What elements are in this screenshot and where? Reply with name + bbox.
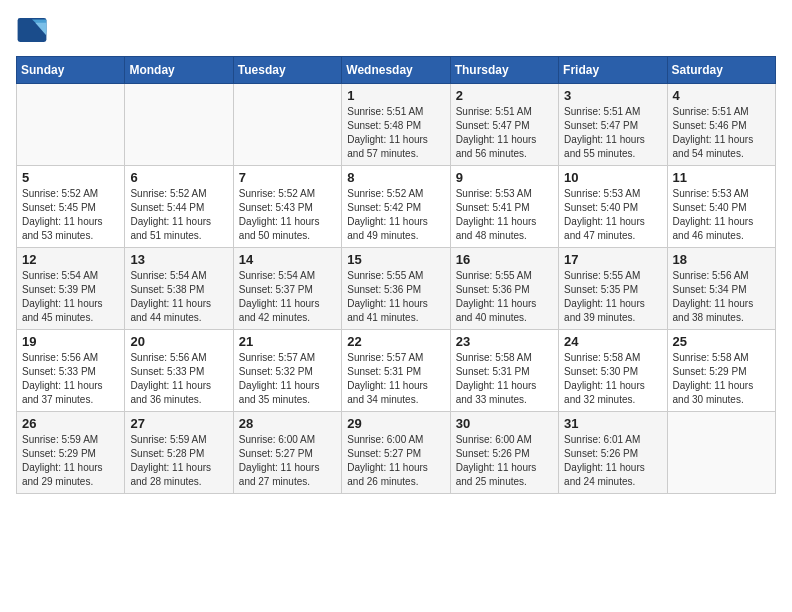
- day-number: 20: [130, 334, 227, 349]
- day-cell: 27Sunrise: 5:59 AM Sunset: 5:28 PM Dayli…: [125, 412, 233, 494]
- day-cell: 13Sunrise: 5:54 AM Sunset: 5:38 PM Dayli…: [125, 248, 233, 330]
- day-cell: 17Sunrise: 5:55 AM Sunset: 5:35 PM Dayli…: [559, 248, 667, 330]
- day-info: Sunrise: 6:00 AM Sunset: 5:27 PM Dayligh…: [239, 433, 336, 489]
- day-cell: 4Sunrise: 5:51 AM Sunset: 5:46 PM Daylig…: [667, 84, 775, 166]
- day-cell: 7Sunrise: 5:52 AM Sunset: 5:43 PM Daylig…: [233, 166, 341, 248]
- day-info: Sunrise: 5:54 AM Sunset: 5:39 PM Dayligh…: [22, 269, 119, 325]
- day-info: Sunrise: 5:52 AM Sunset: 5:42 PM Dayligh…: [347, 187, 444, 243]
- day-cell: 2Sunrise: 5:51 AM Sunset: 5:47 PM Daylig…: [450, 84, 558, 166]
- day-number: 19: [22, 334, 119, 349]
- day-header-saturday: Saturday: [667, 57, 775, 84]
- header-row: SundayMondayTuesdayWednesdayThursdayFrid…: [17, 57, 776, 84]
- day-info: Sunrise: 6:00 AM Sunset: 5:27 PM Dayligh…: [347, 433, 444, 489]
- day-info: Sunrise: 5:59 AM Sunset: 5:29 PM Dayligh…: [22, 433, 119, 489]
- week-row-5: 26Sunrise: 5:59 AM Sunset: 5:29 PM Dayli…: [17, 412, 776, 494]
- day-info: Sunrise: 5:58 AM Sunset: 5:30 PM Dayligh…: [564, 351, 661, 407]
- day-info: Sunrise: 5:58 AM Sunset: 5:31 PM Dayligh…: [456, 351, 553, 407]
- day-number: 11: [673, 170, 770, 185]
- logo: [16, 16, 54, 44]
- logo-icon: [16, 16, 48, 44]
- day-number: 12: [22, 252, 119, 267]
- day-info: Sunrise: 5:52 AM Sunset: 5:45 PM Dayligh…: [22, 187, 119, 243]
- day-cell: 11Sunrise: 5:53 AM Sunset: 5:40 PM Dayli…: [667, 166, 775, 248]
- day-number: 14: [239, 252, 336, 267]
- day-cell: 15Sunrise: 5:55 AM Sunset: 5:36 PM Dayli…: [342, 248, 450, 330]
- calendar-table: SundayMondayTuesdayWednesdayThursdayFrid…: [16, 56, 776, 494]
- day-number: 4: [673, 88, 770, 103]
- day-info: Sunrise: 5:52 AM Sunset: 5:43 PM Dayligh…: [239, 187, 336, 243]
- day-cell: 3Sunrise: 5:51 AM Sunset: 5:47 PM Daylig…: [559, 84, 667, 166]
- week-row-2: 5Sunrise: 5:52 AM Sunset: 5:45 PM Daylig…: [17, 166, 776, 248]
- day-number: 16: [456, 252, 553, 267]
- day-number: 2: [456, 88, 553, 103]
- day-number: 24: [564, 334, 661, 349]
- day-info: Sunrise: 5:57 AM Sunset: 5:32 PM Dayligh…: [239, 351, 336, 407]
- day-info: Sunrise: 6:00 AM Sunset: 5:26 PM Dayligh…: [456, 433, 553, 489]
- day-cell: [125, 84, 233, 166]
- day-info: Sunrise: 5:58 AM Sunset: 5:29 PM Dayligh…: [673, 351, 770, 407]
- day-info: Sunrise: 5:51 AM Sunset: 5:46 PM Dayligh…: [673, 105, 770, 161]
- day-header-wednesday: Wednesday: [342, 57, 450, 84]
- day-info: Sunrise: 5:55 AM Sunset: 5:35 PM Dayligh…: [564, 269, 661, 325]
- day-header-sunday: Sunday: [17, 57, 125, 84]
- day-header-monday: Monday: [125, 57, 233, 84]
- day-cell: 6Sunrise: 5:52 AM Sunset: 5:44 PM Daylig…: [125, 166, 233, 248]
- day-cell: 30Sunrise: 6:00 AM Sunset: 5:26 PM Dayli…: [450, 412, 558, 494]
- day-number: 17: [564, 252, 661, 267]
- day-cell: 31Sunrise: 6:01 AM Sunset: 5:26 PM Dayli…: [559, 412, 667, 494]
- day-info: Sunrise: 5:52 AM Sunset: 5:44 PM Dayligh…: [130, 187, 227, 243]
- day-cell: 21Sunrise: 5:57 AM Sunset: 5:32 PM Dayli…: [233, 330, 341, 412]
- day-number: 10: [564, 170, 661, 185]
- day-number: 28: [239, 416, 336, 431]
- week-row-3: 12Sunrise: 5:54 AM Sunset: 5:39 PM Dayli…: [17, 248, 776, 330]
- day-info: Sunrise: 5:56 AM Sunset: 5:33 PM Dayligh…: [22, 351, 119, 407]
- day-number: 7: [239, 170, 336, 185]
- day-number: 21: [239, 334, 336, 349]
- day-number: 15: [347, 252, 444, 267]
- day-cell: 25Sunrise: 5:58 AM Sunset: 5:29 PM Dayli…: [667, 330, 775, 412]
- day-number: 9: [456, 170, 553, 185]
- day-cell: 12Sunrise: 5:54 AM Sunset: 5:39 PM Dayli…: [17, 248, 125, 330]
- day-info: Sunrise: 5:56 AM Sunset: 5:34 PM Dayligh…: [673, 269, 770, 325]
- week-row-1: 1Sunrise: 5:51 AM Sunset: 5:48 PM Daylig…: [17, 84, 776, 166]
- day-number: 1: [347, 88, 444, 103]
- day-cell: 5Sunrise: 5:52 AM Sunset: 5:45 PM Daylig…: [17, 166, 125, 248]
- day-number: 3: [564, 88, 661, 103]
- day-cell: 16Sunrise: 5:55 AM Sunset: 5:36 PM Dayli…: [450, 248, 558, 330]
- day-info: Sunrise: 5:55 AM Sunset: 5:36 PM Dayligh…: [347, 269, 444, 325]
- day-number: 23: [456, 334, 553, 349]
- day-info: Sunrise: 5:53 AM Sunset: 5:40 PM Dayligh…: [564, 187, 661, 243]
- day-info: Sunrise: 6:01 AM Sunset: 5:26 PM Dayligh…: [564, 433, 661, 489]
- day-number: 13: [130, 252, 227, 267]
- day-info: Sunrise: 5:51 AM Sunset: 5:47 PM Dayligh…: [456, 105, 553, 161]
- day-cell: 22Sunrise: 5:57 AM Sunset: 5:31 PM Dayli…: [342, 330, 450, 412]
- day-cell: 28Sunrise: 6:00 AM Sunset: 5:27 PM Dayli…: [233, 412, 341, 494]
- day-cell: 10Sunrise: 5:53 AM Sunset: 5:40 PM Dayli…: [559, 166, 667, 248]
- day-cell: 23Sunrise: 5:58 AM Sunset: 5:31 PM Dayli…: [450, 330, 558, 412]
- day-number: 30: [456, 416, 553, 431]
- day-info: Sunrise: 5:56 AM Sunset: 5:33 PM Dayligh…: [130, 351, 227, 407]
- day-cell: [17, 84, 125, 166]
- day-number: 26: [22, 416, 119, 431]
- day-info: Sunrise: 5:57 AM Sunset: 5:31 PM Dayligh…: [347, 351, 444, 407]
- day-cell: [233, 84, 341, 166]
- day-cell: 9Sunrise: 5:53 AM Sunset: 5:41 PM Daylig…: [450, 166, 558, 248]
- day-number: 22: [347, 334, 444, 349]
- day-cell: [667, 412, 775, 494]
- day-header-thursday: Thursday: [450, 57, 558, 84]
- day-cell: 20Sunrise: 5:56 AM Sunset: 5:33 PM Dayli…: [125, 330, 233, 412]
- page-header: [16, 16, 776, 44]
- day-cell: 19Sunrise: 5:56 AM Sunset: 5:33 PM Dayli…: [17, 330, 125, 412]
- day-cell: 14Sunrise: 5:54 AM Sunset: 5:37 PM Dayli…: [233, 248, 341, 330]
- day-number: 5: [22, 170, 119, 185]
- day-cell: 8Sunrise: 5:52 AM Sunset: 5:42 PM Daylig…: [342, 166, 450, 248]
- day-info: Sunrise: 5:54 AM Sunset: 5:38 PM Dayligh…: [130, 269, 227, 325]
- day-cell: 26Sunrise: 5:59 AM Sunset: 5:29 PM Dayli…: [17, 412, 125, 494]
- day-cell: 18Sunrise: 5:56 AM Sunset: 5:34 PM Dayli…: [667, 248, 775, 330]
- day-info: Sunrise: 5:54 AM Sunset: 5:37 PM Dayligh…: [239, 269, 336, 325]
- day-number: 25: [673, 334, 770, 349]
- day-info: Sunrise: 5:59 AM Sunset: 5:28 PM Dayligh…: [130, 433, 227, 489]
- day-info: Sunrise: 5:51 AM Sunset: 5:48 PM Dayligh…: [347, 105, 444, 161]
- day-number: 29: [347, 416, 444, 431]
- day-number: 18: [673, 252, 770, 267]
